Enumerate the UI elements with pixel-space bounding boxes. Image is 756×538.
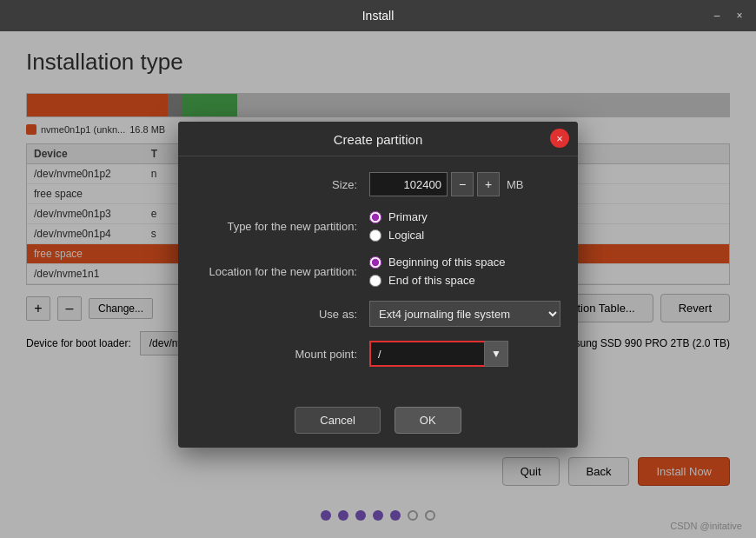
- size-input[interactable]: [369, 172, 448, 196]
- type-logical-label: Logical: [388, 229, 424, 242]
- modal-ok-button[interactable]: OK: [395, 407, 461, 434]
- location-beginning-option[interactable]: Beginning of this space: [369, 256, 505, 269]
- type-control: Primary Logical: [369, 210, 560, 242]
- mount-input-wrapper: ▼: [369, 341, 508, 367]
- location-radio-group: Beginning of this space End of this spac…: [369, 256, 505, 287]
- modal-close-button[interactable]: ×: [550, 129, 569, 148]
- type-primary-label: Primary: [388, 210, 428, 223]
- size-control: − + MB: [369, 172, 560, 196]
- type-primary-option[interactable]: Primary: [369, 210, 428, 223]
- location-label: Location for the new partition:: [196, 265, 369, 278]
- location-end-radio[interactable]: [369, 275, 381, 287]
- use-as-control: Ext4 journaling file system Ext3 journal…: [369, 301, 560, 327]
- size-increment-button[interactable]: +: [477, 172, 500, 196]
- modal-footer: Cancel OK: [178, 396, 578, 448]
- size-row: Size: − + MB: [196, 172, 560, 196]
- type-label: Type for the new partition:: [196, 220, 369, 233]
- size-decrement-button[interactable]: −: [451, 172, 474, 196]
- location-end-label: End of this space: [388, 274, 475, 287]
- modal-title-bar: Create partition ×: [178, 122, 578, 156]
- location-row: Location for the new partition: Beginnin…: [196, 256, 560, 287]
- window-controls: – ×: [707, 6, 749, 25]
- type-logical-radio[interactable]: [369, 229, 381, 242]
- mount-point-row: Mount point: ▼: [196, 341, 560, 367]
- title-bar: Install – ×: [0, 0, 756, 31]
- close-button[interactable]: ×: [730, 6, 749, 25]
- use-as-select[interactable]: Ext4 journaling file system Ext3 journal…: [369, 301, 560, 327]
- minimize-button[interactable]: –: [707, 6, 726, 25]
- modal-body: Size: − + MB Type for the new partition:: [178, 156, 578, 396]
- type-row: Type for the new partition: Primary Logi…: [196, 210, 560, 242]
- location-control: Beginning of this space End of this spac…: [369, 256, 560, 287]
- window-title: Install: [362, 9, 395, 23]
- mount-point-dropdown-button[interactable]: ▼: [484, 341, 508, 367]
- size-label: Size:: [196, 178, 369, 191]
- location-beginning-radio[interactable]: [369, 256, 381, 269]
- size-unit: MB: [507, 178, 524, 191]
- create-partition-modal: Create partition × Size: − + MB T: [178, 122, 578, 448]
- modal-title: Create partition: [334, 132, 423, 147]
- type-radio-group: Primary Logical: [369, 210, 428, 242]
- location-beginning-label: Beginning of this space: [388, 256, 505, 269]
- modal-overlay: Create partition × Size: − + MB T: [0, 31, 756, 538]
- mount-point-label: Mount point:: [196, 348, 369, 361]
- modal-cancel-button[interactable]: Cancel: [295, 407, 380, 434]
- type-primary-radio[interactable]: [369, 211, 381, 223]
- main-content: Installation type nvme0n1p1 (unkn... 16.…: [0, 31, 756, 538]
- mount-point-control: ▼: [369, 341, 560, 367]
- location-end-option[interactable]: End of this space: [369, 274, 505, 287]
- use-as-label: Use as:: [196, 308, 369, 321]
- type-logical-option[interactable]: Logical: [369, 229, 428, 242]
- use-as-row: Use as: Ext4 journaling file system Ext3…: [196, 301, 560, 327]
